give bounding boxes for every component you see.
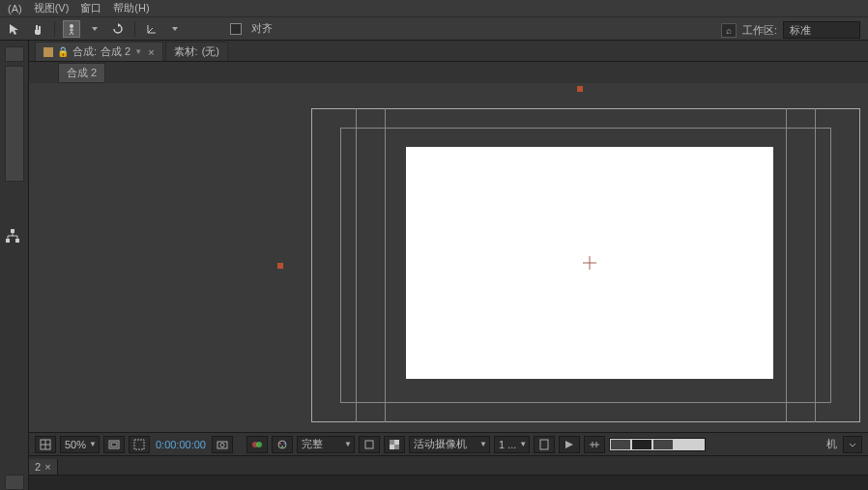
puppet-tool-icon[interactable] [63, 20, 80, 38]
composition-tab[interactable]: 🔒 合成: 合成 2 ▼ × [35, 42, 163, 61]
menu-bar: (A) 视图(V) 窗口 帮助(H) [0, 0, 868, 17]
panel-stub[interactable] [5, 475, 24, 490]
composition-canvas[interactable] [406, 147, 773, 379]
left-panel [0, 41, 29, 490]
svg-point-15 [281, 446, 283, 447]
canvas-bounds [280, 89, 868, 432]
tab-comp-name: 合成 2 [101, 44, 130, 59]
material-label: 素材: [174, 44, 198, 59]
selection-tool-icon[interactable] [6, 20, 23, 38]
timeline-icon[interactable] [584, 436, 605, 453]
selection-handle[interactable] [577, 86, 583, 92]
material-value: (无) [202, 44, 219, 59]
ram-preview-bar [609, 438, 706, 451]
svg-rect-21 [540, 440, 548, 449]
svg-rect-19 [394, 440, 399, 445]
rotate-tool-icon[interactable] [109, 20, 127, 38]
machine-label: 机 [825, 437, 839, 451]
transparency-grid-icon[interactable] [384, 436, 405, 453]
menu-a[interactable]: (A) [2, 3, 28, 14]
axis-tool-icon[interactable] [143, 20, 160, 38]
region-icon[interactable] [359, 436, 380, 453]
expand-icon[interactable] [843, 436, 862, 453]
timecode-display[interactable]: 0:00:00:00 [154, 439, 208, 450]
dropdown-icon[interactable] [166, 20, 184, 38]
align-label: 对齐 [251, 21, 273, 36]
svg-point-11 [256, 442, 262, 447]
chevron-down-icon[interactable]: ▼ [134, 47, 142, 56]
workspace-area: ⌕ 工作区: 标准 [721, 21, 860, 39]
grid-toggle-icon[interactable] [35, 436, 56, 453]
workspace-selector[interactable]: 标准 [783, 21, 860, 39]
zoom-selector[interactable]: 50%▼ [60, 436, 100, 453]
dropdown-icon[interactable] [86, 20, 103, 38]
menu-help[interactable]: 帮助(H) [107, 1, 155, 15]
mask-toggle-icon[interactable] [129, 436, 150, 453]
svg-rect-2 [6, 239, 10, 243]
viewer-footer: 50%▼ 0:00:00:00 完整▼ 活动摄像机▼ 1 ...▼ 机 [29, 432, 868, 455]
svg-point-0 [70, 24, 73, 28]
timeline-tab-bar: 2 × [29, 455, 868, 475]
pixel-aspect-icon[interactable] [534, 436, 555, 453]
svg-rect-3 [15, 239, 19, 243]
separator [54, 21, 55, 37]
menu-view[interactable]: 视图(V) [28, 1, 75, 15]
channel-icon[interactable] [246, 436, 268, 453]
color-swatch-icon [43, 47, 53, 57]
svg-rect-1 [11, 229, 14, 233]
composition-tab-bar: 🔒 合成: 合成 2 ▼ × 素材: (无) [29, 41, 868, 62]
fast-preview-icon[interactable] [559, 436, 580, 453]
hand-tool-icon[interactable] [29, 20, 46, 38]
tab-prefix: 合成: [72, 44, 97, 59]
view-count-selector[interactable]: 1 ...▼ [494, 436, 530, 453]
sub-tab-bar: 合成 2 [29, 62, 868, 83]
lock-icon: 🔒 [57, 46, 69, 57]
svg-rect-17 [390, 440, 394, 445]
safe-zone-icon[interactable] [103, 436, 125, 453]
workspace-label: 工作区: [742, 23, 777, 38]
timeline-tab[interactable]: 2 × [29, 459, 58, 475]
svg-rect-16 [365, 441, 373, 448]
align-checkbox[interactable] [230, 23, 242, 35]
panel-stub[interactable] [5, 46, 24, 62]
menu-window[interactable]: 窗口 [74, 1, 107, 15]
close-icon[interactable]: × [44, 461, 50, 473]
svg-rect-6 [111, 443, 117, 447]
search-button[interactable]: ⌕ [721, 23, 737, 38]
svg-point-14 [283, 443, 285, 445]
material-tab[interactable]: 素材: (无) [165, 42, 228, 61]
composition-viewer[interactable] [29, 83, 868, 432]
anchor-point-icon [583, 256, 596, 270]
snapshot-icon[interactable] [212, 436, 233, 453]
close-icon[interactable]: × [148, 46, 154, 58]
resolution-selector[interactable]: 完整▼ [297, 436, 355, 453]
svg-rect-20 [390, 445, 394, 449]
svg-point-13 [279, 443, 281, 445]
subtab-comp[interactable]: 合成 2 [58, 63, 105, 83]
color-mgmt-icon[interactable] [272, 436, 293, 453]
timeline-panel[interactable] [29, 475, 868, 490]
svg-point-9 [220, 443, 224, 447]
svg-rect-18 [394, 445, 399, 449]
selection-handle[interactable] [277, 263, 283, 269]
svg-rect-7 [134, 440, 144, 449]
camera-selector[interactable]: 活动摄像机▼ [409, 436, 490, 453]
panel-stub[interactable] [5, 66, 24, 182]
flowchart-icon[interactable] [5, 228, 24, 244]
separator [134, 21, 135, 37]
